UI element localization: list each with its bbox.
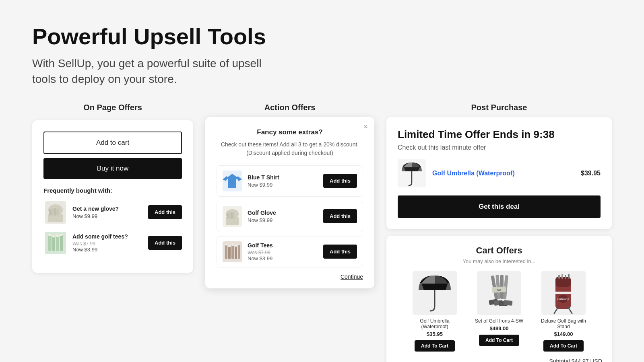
svg-point-34 <box>228 245 231 247</box>
svg-point-33 <box>225 243 227 245</box>
svg-rect-62 <box>561 274 563 279</box>
pp-product-price: $39.95 <box>581 170 601 177</box>
svg-rect-23 <box>227 213 229 219</box>
on-page-section: On Page Offers Add to cart Buy it now Fr… <box>32 103 193 273</box>
cart-offers-panel: Cart Offers You may also be interested i… <box>386 236 612 362</box>
svg-rect-24 <box>229 212 231 219</box>
buy-now-button[interactable]: Buy it now <box>43 158 182 179</box>
svg-rect-28 <box>225 245 227 259</box>
modal-product-info: Golf Tees Was $7.99 Now $3.99 <box>248 242 318 261</box>
list-item: Blue T Shirt Now $9.99 Add this <box>217 165 363 197</box>
list-item: Golf Umbrella (Waterproof) $35.95 Add To… <box>407 271 463 352</box>
modal-tees-image <box>223 241 242 262</box>
continue-link[interactable]: Continue <box>341 274 363 280</box>
svg-point-12 <box>48 234 52 236</box>
svg-rect-63 <box>565 275 566 279</box>
svg-point-37 <box>238 244 240 245</box>
modal-product-info: Blue T Shirt Now $9.99 <box>248 174 318 188</box>
cart-add-umbrella-button[interactable]: Add To Cart <box>415 340 455 352</box>
svg-rect-8 <box>48 235 52 251</box>
svg-rect-5 <box>54 208 56 216</box>
svg-rect-10 <box>56 236 59 251</box>
product-price: Now $9.99 <box>72 213 143 219</box>
cart-add-bag-button[interactable]: Add To Cart <box>543 340 584 352</box>
product-info-glove: Get a new glove? Now $9.99 <box>72 206 143 219</box>
product-price: Now $9.99 <box>248 217 318 223</box>
svg-text:M2: M2 <box>497 288 501 292</box>
product-image-glove <box>43 200 68 224</box>
svg-rect-4 <box>52 208 54 216</box>
action-offers-modal: × Fancy some extras? Check out these ite… <box>205 117 374 288</box>
cart-product-name: Golf Umbrella (Waterproof) <box>407 318 463 329</box>
product-name: Golf Tees <box>248 242 318 249</box>
list-item: Callaway <box>535 271 592 352</box>
cart-offers-section: Cart Offers You may also be interested i… <box>386 236 612 362</box>
cart-product-price: $499.00 <box>490 325 509 331</box>
pp-product-row: Golf Umbrella (Waterproof) $39.95 <box>398 159 601 187</box>
svg-text:Callaway: Callaway <box>557 298 569 301</box>
svg-rect-25 <box>231 212 233 219</box>
cart-offers-title: Cart Offers <box>396 245 602 256</box>
svg-point-13 <box>52 235 55 237</box>
subtotal-label: Subtotal <box>549 358 570 362</box>
svg-rect-30 <box>231 245 234 259</box>
svg-point-15 <box>60 234 63 236</box>
cart-offers-subtitle: You may also be interested in... <box>396 258 602 264</box>
svg-rect-3 <box>49 209 52 216</box>
product-price: Now $9.99 <box>248 182 318 188</box>
svg-rect-6 <box>56 208 59 216</box>
pp-product-image <box>398 159 426 187</box>
svg-rect-31 <box>235 246 237 259</box>
add-tees-button[interactable]: Add this <box>148 236 182 250</box>
product-price-now: Now $3.99 <box>72 247 143 253</box>
modal-desc: Check out these items! Add all 3 to get … <box>217 140 363 157</box>
add-tshirt-button[interactable]: Add this <box>323 174 357 188</box>
hero-subtitle: With SellUp, you get a powerful suite of… <box>32 56 274 87</box>
product-price-was: Was $7.99 <box>248 250 318 255</box>
pp-subtitle: Check out this last minute offer <box>398 144 601 151</box>
list-item: Golf Glove Now $9.99 Add this <box>217 201 363 232</box>
cart-product-image-bag: Callaway <box>541 271 586 315</box>
add-to-cart-button[interactable]: Add to cart <box>43 132 182 154</box>
cart-product-name: Deluxe Golf Bag with Stand <box>535 318 592 329</box>
svg-rect-64 <box>568 274 570 279</box>
list-item: Add some golf tees? Was $7.99 Now $3.99 … <box>43 231 182 255</box>
frequently-title: Frequently bought with: <box>43 187 182 194</box>
list-item: M2 Set of Golf Irons 4-SW $499.00 Add To… <box>471 271 527 352</box>
svg-rect-32 <box>238 245 240 259</box>
modal-tshirt-image <box>223 171 242 191</box>
product-image-tees <box>43 231 68 255</box>
modal-glove-image <box>223 206 242 227</box>
post-purchase-section: Post Purchase Limited Time Offer Ends in… <box>386 103 612 229</box>
cart-product-image-irons: M2 <box>477 271 521 315</box>
svg-rect-29 <box>228 246 231 259</box>
add-tees-modal-button[interactable]: Add this <box>323 245 357 259</box>
svg-rect-11 <box>60 235 63 251</box>
modal-close-button[interactable]: × <box>363 123 368 131</box>
svg-rect-26 <box>233 212 235 219</box>
cart-add-irons-button[interactable]: Add To Cart <box>479 335 519 346</box>
product-name: Golf Glove <box>248 210 318 216</box>
svg-rect-9 <box>52 237 55 251</box>
svg-rect-7 <box>45 232 66 254</box>
svg-point-14 <box>56 234 59 237</box>
svg-rect-56 <box>555 292 571 294</box>
pp-title: Limited Time Offer Ends in 9:38 <box>398 128 601 141</box>
modal-continue: Continue <box>217 273 363 280</box>
add-glove-modal-button[interactable]: Add this <box>323 209 357 223</box>
svg-point-35 <box>231 244 234 246</box>
product-name: Blue T Shirt <box>248 174 318 181</box>
add-glove-button[interactable]: Add this <box>148 205 182 219</box>
cart-product-image-umbrella <box>413 271 457 315</box>
list-item: Get a new glove? Now $9.99 Add this <box>43 200 182 224</box>
modal-title: Fancy some extras? <box>217 128 363 136</box>
pp-product-name: Golf Umbrella (Waterproof) <box>432 170 574 177</box>
action-offers-label: Action Offers <box>264 103 316 112</box>
cart-product-price: $149.00 <box>554 331 573 337</box>
right-column: Post Purchase Limited Time Offer Ends in… <box>386 103 612 362</box>
product-info-tees: Add some golf tees? Was $7.99 Now $3.99 <box>72 233 143 253</box>
post-purchase-label: Post Purchase <box>386 103 612 112</box>
cart-products-row: Golf Umbrella (Waterproof) $35.95 Add To… <box>396 271 602 352</box>
get-deal-button[interactable]: Get this deal <box>398 195 601 218</box>
action-offers-section: Action Offers × Fancy some extras? Check… <box>205 103 374 288</box>
